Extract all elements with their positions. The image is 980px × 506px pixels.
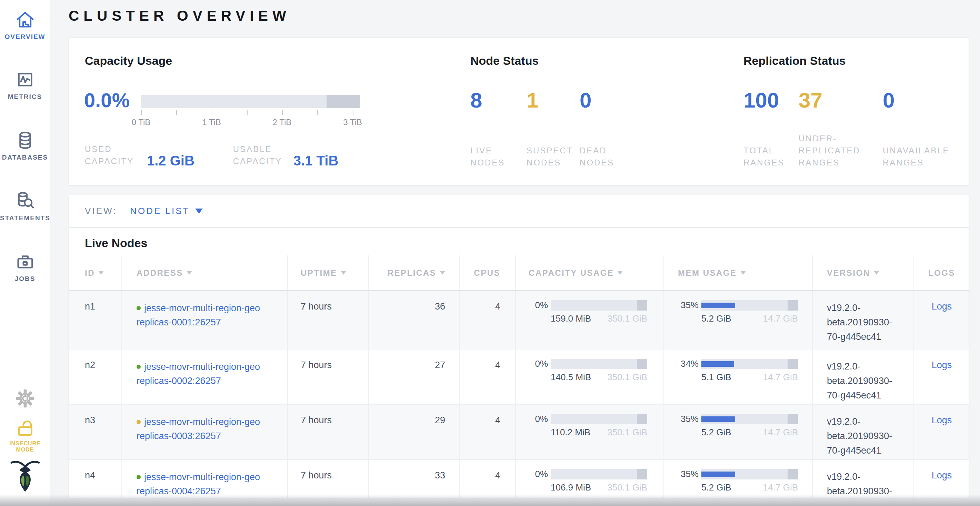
node-address-link[interactable]: jesse-movr-multi-region-geo​replicas-000…	[137, 303, 260, 327]
gauge-tick-label: 3 TiB	[343, 117, 362, 127]
meter-percent-label: 35%	[678, 414, 698, 424]
meter-row: 0%	[529, 358, 663, 369]
capacity-gauge-bar	[141, 95, 360, 108]
logs-cell: Logs	[914, 404, 969, 459]
sidebar-item-statements[interactable]: STATEMENTS	[0, 190, 50, 222]
stat-label: UNDER-REPLICATED RANGES	[799, 132, 871, 168]
usable-capacity-value: 3.1 TiB	[293, 153, 338, 168]
meter-reserved-segment	[637, 300, 647, 311]
version-cell: v19.2.0-beta.20190930-70-g445ec41	[813, 404, 914, 459]
view-dropdown[interactable]: NODE LIST	[130, 206, 203, 216]
capacity-usage-cell: 0%106.9 MiB350.1 GiB	[516, 460, 664, 498]
mem-usage-cell: 34%5.1 GiB14.7 GiB	[664, 349, 813, 404]
node-address-link[interactable]: jesse-movr-multi-region-geo​replicas-000…	[137, 417, 260, 441]
sidebar-item-overview[interactable]: OVERVIEW	[0, 9, 50, 41]
used-capacity-value: 1.2 GiB	[147, 153, 194, 168]
insecure-mode-indicator[interactable]: INSECURE MODE	[0, 417, 50, 453]
stat-label: UNAVAILABLE RANGES	[883, 144, 969, 168]
node-address-link[interactable]: jesse-movr-multi-region-geo​replicas-000…	[137, 362, 260, 386]
logs-link[interactable]: Logs	[932, 301, 952, 312]
node-id-cell: n3	[69, 404, 122, 459]
uptime-cell: 7 hours	[288, 460, 369, 498]
table-row: n4jesse-movr-multi-region-geo​replicas-0…	[69, 460, 969, 498]
node-address-link[interactable]: jesse-movr-multi-region-geo​replicas-000…	[137, 472, 260, 496]
stat-label: TOTAL RANGES	[743, 144, 795, 168]
logs-cell: Logs	[914, 349, 969, 404]
meter-row: 0%	[529, 469, 663, 479]
meter-used-value: 110.2 MiB	[551, 427, 590, 438]
column-header-id[interactable]: ID	[69, 255, 122, 290]
mem-usage-cell: 35%5.2 GiB14.7 GiB	[664, 460, 813, 498]
sidebar-item-databases[interactable]: DATABASES	[0, 130, 50, 161]
column-header-address[interactable]: ADDRESS	[122, 255, 288, 290]
cpus-cell: 4	[460, 291, 516, 349]
uptime-cell: 7 hours	[288, 404, 369, 459]
view-selector-row: VIEW: NODE LIST	[69, 195, 969, 228]
sidebar-item-jobs[interactable]: JOBS	[0, 251, 50, 282]
meter-bar	[551, 414, 647, 424]
settings-gear-button[interactable]	[0, 389, 50, 408]
meter-bar	[551, 469, 647, 479]
meter-labels: 5.2 GiB14.7 GiB	[702, 482, 798, 493]
meter-fill	[702, 303, 735, 308]
gauge-tick	[247, 110, 248, 115]
used-capacity-stat: USED CAPACITY 1.2 GiB	[85, 143, 194, 167]
uptime-cell: 7 hours	[288, 291, 369, 349]
column-header-label: CPUS	[474, 268, 500, 278]
gauge-tick	[141, 110, 142, 115]
meter-percent-label: 0%	[529, 469, 548, 479]
column-header-label: ID	[85, 268, 95, 278]
sidebar-item-label: METRICS	[0, 93, 50, 101]
stat-value: 0	[883, 89, 969, 111]
meter-total-value: 350.1 GiB	[607, 372, 647, 382]
column-header-mem-usage[interactable]: MEM USAGE	[664, 255, 813, 290]
sidebar-item-metrics[interactable]: METRICS	[0, 69, 50, 101]
node-id-cell: n4	[69, 460, 122, 498]
column-header-capacity-usage[interactable]: CAPACITY USAGE	[516, 255, 664, 290]
sidebar: INSECURE MODE OVERVIEWMETRICSDATABASESST…	[0, 0, 50, 506]
meter-bar	[551, 359, 647, 369]
meter-row: 35%	[678, 469, 812, 479]
column-header-cpus: CPUS	[460, 255, 516, 290]
meter-percent-label: 0%	[529, 300, 548, 311]
live-status-dot	[137, 475, 141, 479]
gauge-tick-label: 1 TiB	[202, 117, 221, 127]
meter-reserved-segment	[637, 469, 647, 479]
column-header-uptime[interactable]: UPTIME	[288, 255, 369, 290]
meter-labels: 106.9 MiB350.1 GiB	[551, 482, 647, 493]
meter-row: 34%	[678, 358, 812, 369]
gauge-tick	[317, 110, 318, 115]
column-header-replicas[interactable]: REPLICAS	[369, 255, 460, 290]
node-stat-suspect-nodes: 1SUSPECT NODES	[527, 89, 578, 168]
logs-link[interactable]: Logs	[932, 470, 952, 481]
stat-label: LIVE NODES	[470, 144, 522, 168]
gear-icon	[0, 389, 50, 408]
column-header-label: LOGS	[928, 268, 955, 278]
meter-reserved-segment	[637, 359, 647, 369]
meter-used-value: 5.2 GiB	[702, 427, 731, 438]
meter-total-value: 14.7 GiB	[763, 313, 798, 324]
meter-fill	[702, 416, 735, 422]
page-title: CLUSTER OVERVIEW	[68, 8, 291, 24]
chevron-down-icon	[195, 209, 203, 214]
replicas-cell: 29	[369, 404, 460, 459]
view-label: VIEW:	[85, 206, 117, 216]
node-status-title: Node Status	[470, 54, 539, 68]
logs-link[interactable]: Logs	[932, 360, 952, 370]
logs-cell: Logs	[914, 460, 969, 498]
column-header-version[interactable]: VERSION	[813, 255, 914, 290]
replicas-cell: 33	[369, 460, 460, 498]
meter-percent-label: 35%	[678, 300, 698, 311]
column-header-label: UPTIME	[301, 268, 337, 278]
table-row: n1jesse-movr-multi-region-geo​replicas-0…	[69, 291, 969, 349]
database-icon	[0, 130, 50, 151]
meter-percent-label: 0%	[529, 358, 548, 369]
meter-reserved-segment	[637, 414, 647, 424]
view-dropdown-value: NODE LIST	[130, 206, 190, 216]
meter-fill	[702, 361, 734, 367]
sort-desc-icon	[617, 271, 623, 275]
briefcase-icon	[0, 251, 50, 272]
stat-value: 100	[743, 89, 795, 111]
meter-percent-label: 0%	[529, 414, 548, 424]
logs-link[interactable]: Logs	[932, 415, 952, 425]
